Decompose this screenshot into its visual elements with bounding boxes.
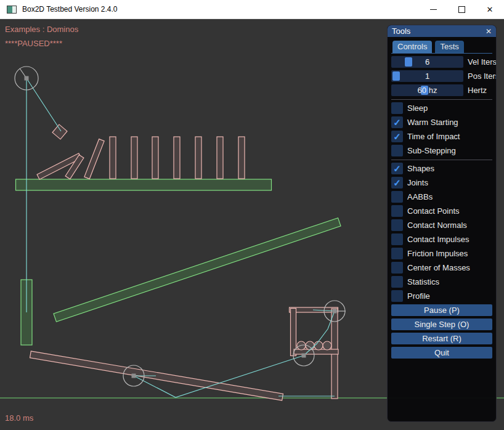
slider-label: Vel Iters [468, 57, 497, 67]
checkbox-warm-starting[interactable]: ✓ [391, 116, 403, 128]
domino [174, 137, 180, 179]
slider-value: 60 hz [391, 84, 463, 96]
quit-button[interactable]: Quit [391, 347, 492, 359]
pulley-rope [26, 78, 61, 131]
checkbox-sleep[interactable] [391, 102, 403, 114]
checkbox-contact-normals[interactable] [391, 219, 403, 231]
checkbox-row-time-of-impact: ✓Time of Impact [391, 131, 492, 142]
app-window: Box2D Testbed Version 2.4.0 ✕ Examples :… [0, 0, 504, 430]
checkbox-label: Sleep [407, 103, 428, 113]
checkbox-row-aabbs: AABBs [391, 191, 492, 203]
slider-hertz[interactable]: 60 hz [391, 84, 463, 96]
check-icon: ✓ [393, 118, 401, 127]
joint-anchor [333, 309, 337, 314]
tab-controls[interactable]: Controls [392, 41, 432, 53]
domino [217, 137, 223, 179]
checkbox-label: Contact Points [407, 206, 460, 216]
seesaw-plank [30, 351, 283, 400]
ramp [54, 218, 341, 322]
checkbox-label: Warm Starting [407, 118, 458, 127]
slider-row-pos-iters: 1Pos Iters [391, 70, 492, 82]
checkbox-row-profile: Profile [391, 290, 492, 302]
ball [314, 341, 323, 350]
checkbox-row-sub-stepping: Sub-Stepping [391, 145, 492, 156]
checkbox-aabbs[interactable] [391, 191, 403, 203]
pendulum-bob [52, 124, 67, 139]
domino-platform [16, 179, 272, 190]
slider-value: 6 [391, 56, 463, 68]
tools-panel-body: ControlsTests 6Vel Iters1Pos Iters60 hzH… [388, 37, 496, 359]
checkbox-label: Joints [407, 178, 428, 187]
tabbar: ControlsTests [391, 39, 492, 54]
checkbox-row-contact-points: Contact Points [391, 205, 492, 217]
domino [131, 137, 137, 179]
joint-anchor [132, 374, 136, 378]
check-icon: ✓ [393, 132, 401, 141]
checkbox-row-friction-impulses: Friction Impulses [391, 248, 492, 259]
checkbox-row-contact-impulses: Contact Impulses [391, 233, 492, 245]
slider-pos-iters[interactable]: 1 [391, 70, 463, 82]
tab-tests[interactable]: Tests [435, 41, 463, 53]
tools-panel: Tools ✕ ControlsTests 6Vel Iters1Pos Ite… [387, 25, 497, 422]
check-icon: ✓ [393, 164, 401, 173]
window-title: Box2D Testbed Version 2.4.0 [22, 5, 118, 14]
checkbox-label: Sub-Stepping [407, 146, 456, 155]
slider-value: 1 [391, 70, 463, 82]
frame-time-label: 18.0 ms [5, 413, 33, 423]
checkbox-row-shapes: ✓Shapes [391, 163, 492, 174]
checkbox-shapes[interactable]: ✓ [391, 163, 403, 174]
checkbox-contact-impulses[interactable] [391, 233, 403, 245]
checkbox-label: Contact Impulses [407, 235, 469, 244]
domino [152, 137, 158, 179]
checkbox-center-of-masses[interactable] [391, 262, 403, 274]
checkbox-label: Time of Impact [407, 132, 460, 141]
checkbox-joints[interactable]: ✓ [391, 177, 403, 189]
checkbox-row-contact-normals: Contact Normals [391, 219, 492, 231]
single-step-button[interactable]: Single Step (O) [391, 318, 492, 330]
maximize-button[interactable] [447, 0, 476, 19]
checkbox-label: Center of Masses [407, 263, 470, 272]
checkbox-sub-stepping[interactable] [391, 145, 403, 156]
checkbox-statistics[interactable] [391, 276, 403, 288]
slider-row-vel-iters: 6Vel Iters [391, 56, 492, 68]
close-icon: ✕ [487, 6, 494, 14]
checkbox-label: Contact Normals [407, 221, 467, 230]
domino [195, 137, 201, 179]
domino [110, 137, 116, 179]
close-button[interactable]: ✕ [476, 0, 504, 19]
controls-content: 6Vel Iters1Pos Iters60 hzHertzSleep✓Warm… [391, 56, 492, 359]
minimize-button[interactable] [419, 0, 447, 19]
joint-anchor [302, 354, 306, 358]
joint-anchor [25, 76, 29, 81]
fallen-domino [84, 139, 104, 179]
checkbox-label: AABBs [407, 192, 433, 201]
checkbox-profile[interactable] [391, 290, 403, 302]
checkbox-friction-impulses[interactable] [391, 248, 403, 259]
minimize-icon [430, 9, 437, 10]
tools-close-icon[interactable]: ✕ [486, 28, 492, 35]
maximize-icon [458, 6, 465, 13]
slider-label: Hertz [468, 86, 487, 95]
checkbox-time-of-impact[interactable]: ✓ [391, 131, 403, 142]
slider-row-hertz: 60 hzHertz [391, 84, 492, 96]
checkbox-label: Profile [407, 291, 430, 301]
domino [238, 137, 245, 179]
frame-left-bar [291, 309, 296, 356]
checkbox-row-center-of-masses: Center of Masses [391, 262, 492, 274]
pause-button[interactable]: Pause (P) [391, 304, 492, 316]
separator [391, 160, 492, 160]
checkbox-contact-points[interactable] [391, 205, 403, 217]
slider-vel-iters[interactable]: 6 [391, 56, 463, 68]
checkbox-label: Friction Impulses [407, 249, 468, 258]
slider-label: Pos Iters [468, 71, 497, 81]
checkbox-row-statistics: Statistics [391, 276, 492, 288]
checkbox-row-sleep: Sleep [391, 102, 492, 114]
restart-button[interactable]: Restart (R) [391, 333, 492, 344]
checkbox-label: Statistics [407, 277, 439, 286]
paused-label: ****PAUSED**** [5, 39, 62, 48]
titlebar: Box2D Testbed Version 2.4.0 ✕ [0, 0, 504, 19]
checkbox-label: Shapes [407, 164, 434, 173]
app-icon [7, 6, 17, 14]
tools-panel-titlebar[interactable]: Tools ✕ [388, 25, 496, 37]
checkbox-row-joints: ✓Joints [391, 177, 492, 189]
